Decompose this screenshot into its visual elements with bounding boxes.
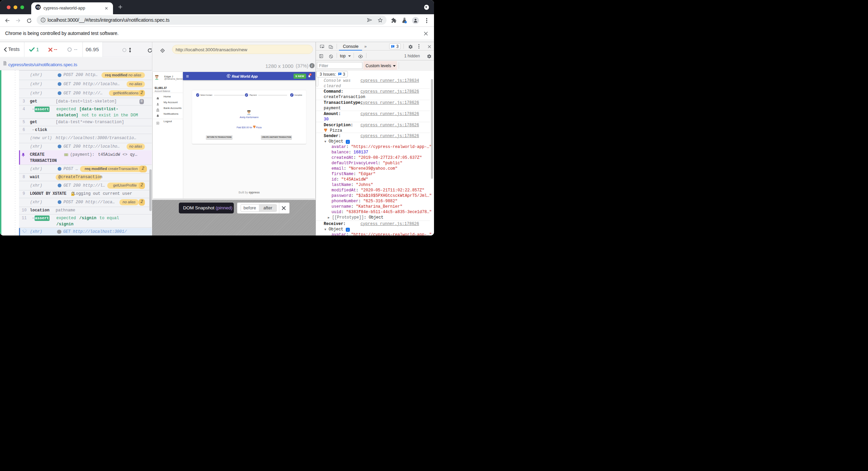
svg-text:$: $: [228, 75, 229, 77]
